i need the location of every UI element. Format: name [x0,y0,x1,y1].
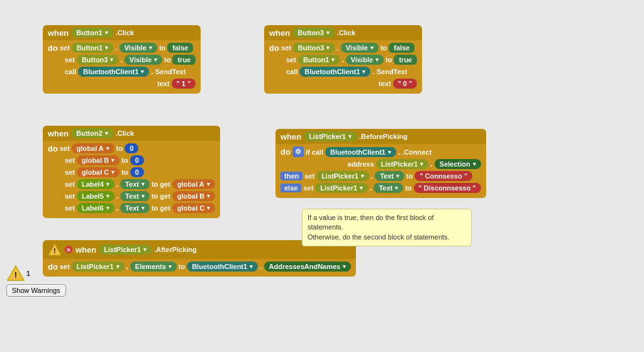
listpicker1-pill5[interactable]: ListPicker1 [99,245,152,255]
click-label3: .Click [116,129,134,137]
text-value1: " 1 " [172,79,196,89]
to-label8: to [152,180,158,188]
to-label9: to [152,192,158,200]
visible-prop4[interactable]: Visible [346,55,384,65]
do-keyword: do [48,43,58,53]
after-picking-label: .AfterPicking [154,246,197,253]
text-value2: " 0 " [393,79,418,89]
set-keyword3: set [281,44,291,52]
block2-row3: call BluetoothClient1 . SendText [269,67,417,77]
block2-row2: set Button1 . Visible to true [269,55,417,65]
to-label5: to [116,145,123,152]
do-keyword3: do [48,144,58,153]
text-label1: text [157,80,170,87]
call-kw3: call [312,148,323,156]
to-label10: to [152,204,158,212]
text-prop2[interactable]: Text [120,191,150,201]
when-keyword5: when [75,245,96,255]
label6-pill[interactable]: Label6 [77,203,114,213]
block3-row2: set global B to 0 [48,155,215,165]
set-keyword4: set [286,56,296,63]
global-c2[interactable]: global C [172,203,215,213]
text-prop5[interactable]: Text [374,183,403,193]
show-warnings-button[interactable]: Show Warnings [6,284,66,297]
to-label7: to [121,168,128,176]
block3-header: when Button2 .Click [43,126,220,141]
set-kw12: set [303,184,313,192]
bt-client2[interactable]: BluetoothClient1 [299,67,370,77]
to-label2: to [164,56,170,63]
block2-body: do set Button3 . Visible to false set Bu… [264,40,422,94]
to-label6: to [121,157,128,164]
listpicker1-pill1[interactable]: ListPicker1 [304,131,357,141]
set-kw5: set [60,145,70,152]
elements-prop[interactable]: Elements [130,261,177,272]
selection-pill[interactable]: Selection [435,159,481,169]
bt-client4[interactable]: BluetoothClient1 [187,261,258,272]
visible-prop2[interactable]: Visible [125,55,162,65]
listpicker1-pill3[interactable]: ListPicker1 [316,171,369,181]
block1-row1: do set Button1 . Visible to false [48,43,196,53]
block4-if-row: do ⚙ if call BluetoothClient1 . .Connect [280,146,481,157]
block-listpicker-before: when ListPicker1 .BeforePicking do ⚙ if … [275,129,486,198]
else-keyword: else [280,184,301,192]
set-keyword2: set [65,56,75,63]
listpicker1-pill2[interactable]: ListPicker1 [376,159,429,169]
button2-pill[interactable]: Button2 [71,128,113,138]
block3-row4: set Label4 . Text to get global A [48,179,215,189]
do-keyword4: do [280,147,291,157]
text-prop1[interactable]: Text [120,179,150,189]
label4-pill[interactable]: Label4 [77,179,114,189]
block-button3-click: when Button3 .Click do set Button3 . Vis… [264,25,422,94]
listpicker1-pill6[interactable]: ListPicker1 [72,261,125,272]
get-kw3: get [160,204,170,212]
global-c1[interactable]: global C [77,167,119,177]
visible-prop3[interactable]: Visible [341,43,379,53]
btn1-target1[interactable]: Button1 [72,43,114,53]
btn3-target2[interactable]: Button3 [293,43,335,53]
set-kw11: set [304,172,314,180]
block5-body: do set ListPicker1 . Elements to Bluetoo… [43,259,356,277]
global-a1[interactable]: global A [72,143,114,153]
bt-client1[interactable]: BluetoothClient1 [78,67,149,77]
block1-row4: text " 1 " [48,79,196,89]
text-prop4[interactable]: Text [375,171,404,181]
if-icon: ⚙ [292,146,304,157]
to-label1: to [159,44,165,52]
true-value2: true [394,55,417,65]
global-b1[interactable]: global B [77,155,119,165]
sendtext-label1: SendText [155,68,186,75]
set-kw8: set [65,180,75,188]
button1-pill[interactable]: Button1 [71,28,113,38]
tooltip-line2: Otherwise, do the second block of statem… [308,233,450,241]
listpicker1-pill4[interactable]: ListPicker1 [315,183,368,193]
warning-icon: ! [6,264,25,283]
if-keyword: if [306,148,310,156]
then-keyword: then [280,172,303,180]
global-b2[interactable]: global B [172,191,215,201]
to-label13: to [179,263,185,270]
block1-row3: call BluetoothClient1 . SendText [48,67,196,77]
btn3-target1[interactable]: Button3 [77,55,119,65]
false-value2: false [389,43,414,53]
text-prop3[interactable]: Text [120,203,150,213]
btn1-target2[interactable]: Button1 [298,55,340,65]
block4-then-row: then set ListPicker1 . Text to " Connses… [280,171,481,181]
block2-row1: do set Button3 . Visible to false [269,43,417,53]
addresses-names-prop[interactable]: AddressesAndNames [264,261,352,272]
warning-triangle-icon: ! [48,243,62,256]
block5-row1: do set ListPicker1 . Elements to Bluetoo… [48,261,351,272]
svg-text:!: ! [53,248,55,255]
block3-body: do set global A to 0 set global B to 0 s… [43,141,220,218]
global-a2[interactable]: global A [172,179,215,189]
label5-pill[interactable]: Label5 [77,191,114,201]
block-button1-click: when Button1 .Click do set Button1 . Vis… [43,25,201,94]
bt-client3[interactable]: BluetoothClient1 [325,147,396,157]
connect-label: .Connect [402,148,431,156]
get-kw1: get [160,180,170,188]
warnings-container: ! 1 Show Warnings [6,264,66,297]
block4-address-row: address ListPicker1 . Selection [280,159,481,169]
button3-pill[interactable]: Button3 [292,28,335,38]
block4-header: when ListPicker1 .BeforePicking [275,129,486,144]
visible-prop1[interactable]: Visible [119,43,157,53]
